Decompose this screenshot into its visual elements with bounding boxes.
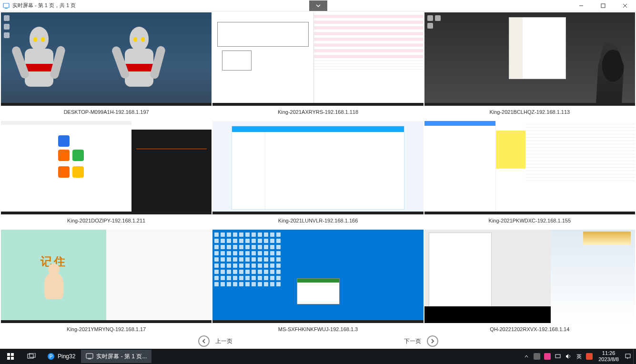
wechat-icon xyxy=(72,150,84,161)
screen-thumbnail[interactable] xyxy=(1,121,212,214)
screen-label: King-2021DOZIPY-192.168.1.211 xyxy=(1,214,212,229)
svg-rect-6 xyxy=(11,357,14,360)
screen-cell: QH-20221202RXVX-192.168.1.14 xyxy=(424,230,635,337)
screen-cell: King-2021PKWDXC-192.168.1.155 xyxy=(424,121,635,229)
screen-thumbnail[interactable] xyxy=(1,12,212,106)
chevron-up-icon xyxy=(524,354,529,359)
clock-date: 2023/8/8 xyxy=(598,356,619,363)
task-view-icon xyxy=(27,353,36,360)
svg-rect-11 xyxy=(86,354,93,358)
desktop-icon-grid xyxy=(214,233,320,318)
svg-rect-8 xyxy=(30,353,35,357)
svg-rect-7 xyxy=(28,354,33,358)
screen-cell: DESKTOP-M099A1H-192.168.1.197 xyxy=(1,12,212,120)
arrow-right-icon xyxy=(430,338,435,344)
next-page-arrow-button[interactable] xyxy=(427,335,438,347)
window-controls xyxy=(570,0,636,11)
taskbar-clock[interactable]: 11:26 2023/8/8 xyxy=(595,350,623,363)
taobao-icon xyxy=(58,150,70,161)
start-button[interactable] xyxy=(0,349,21,364)
tray-app-icon[interactable] xyxy=(542,349,553,364)
task-view-button[interactable] xyxy=(21,349,42,364)
system-tray: 英 11:26 2023/8/8 xyxy=(521,349,636,364)
document-window xyxy=(429,233,492,312)
screen-label: King-2021LUNVLR-192.168.1.166 xyxy=(212,214,423,229)
tray-network-icon[interactable] xyxy=(553,349,563,364)
prev-page-arrow-button[interactable] xyxy=(198,335,210,347)
screen-thumbnail[interactable] xyxy=(212,121,423,214)
tray-sogou-icon[interactable] xyxy=(584,349,595,364)
desktop-shortcut-icon xyxy=(4,32,10,38)
ad-banner xyxy=(583,232,631,245)
network-icon xyxy=(555,353,561,360)
baidu-icon xyxy=(58,135,70,147)
remote-taskbar xyxy=(212,103,423,106)
chat-window xyxy=(232,126,404,210)
tray-overflow-button[interactable] xyxy=(521,349,532,364)
taskbar-app-label: Ping32 xyxy=(58,353,75,360)
svg-rect-1 xyxy=(5,8,8,9)
chevron-down-icon xyxy=(315,2,322,9)
tray-app-icon[interactable] xyxy=(532,349,542,364)
screen-cell: King-2021DOZIPY-192.168.1.211 xyxy=(1,121,212,229)
maximize-button[interactable] xyxy=(592,0,614,11)
svg-rect-13 xyxy=(555,354,560,358)
clock-time: 11:26 xyxy=(598,350,619,356)
svg-rect-12 xyxy=(88,359,91,359)
svg-rect-5 xyxy=(7,357,10,360)
collapse-toolbar-button[interactable] xyxy=(309,0,327,11)
os-taskbar: P Ping32 实时屏幕 - 第 1 页... 英 11:26 2023/8/… xyxy=(0,349,636,364)
desktop-shortcut-icon xyxy=(4,24,10,30)
screen-thumbnail[interactable]: 记住 xyxy=(1,230,212,323)
desktop-shortcut-icon xyxy=(4,15,10,21)
prev-page-button[interactable]: 上一页 xyxy=(215,337,232,345)
screen-label: DESKTOP-M099A1H-192.168.1.197 xyxy=(1,106,212,120)
remote-taskbar xyxy=(1,103,212,106)
window-titlebar: 实时屏幕 - 第 1 页，共 1 页 xyxy=(0,0,636,11)
screen-thumbnail[interactable] xyxy=(212,230,423,323)
action-center-button[interactable] xyxy=(623,349,633,364)
screen-thumbnail[interactable] xyxy=(212,12,423,106)
svg-rect-14 xyxy=(626,354,630,358)
svg-rect-4 xyxy=(11,353,14,356)
tray-ime-indicator[interactable]: 英 xyxy=(574,349,584,364)
svg-rect-2 xyxy=(601,4,605,8)
dialog-window xyxy=(297,278,340,304)
monitor-icon xyxy=(86,353,93,360)
svg-rect-3 xyxy=(7,353,10,356)
next-page-button[interactable]: 下一页 xyxy=(404,337,421,345)
show-desktop-button[interactable] xyxy=(633,349,636,364)
screen-thumbnail[interactable] xyxy=(424,12,635,106)
screen-label: King-2021AXRYRS-192.168.1.118 xyxy=(212,106,423,120)
monk-figure xyxy=(44,273,63,299)
screen-cell: King-2021BCLHQZ-192.168.1.113 xyxy=(424,12,635,120)
taskbar-app-label: 实时屏幕 - 第 1 页... xyxy=(96,353,147,361)
file-explorer-window xyxy=(509,17,566,79)
screen-label: King-2021BCLHQZ-192.168.1.113 xyxy=(424,106,635,120)
close-button[interactable] xyxy=(614,0,636,11)
window-title: 实时屏幕 - 第 1 页，共 1 页 xyxy=(12,2,76,9)
screen-cell: King-2021AXRYRS-192.168.1.118 xyxy=(212,12,423,120)
arrow-left-icon xyxy=(201,338,207,344)
app-icon xyxy=(3,2,10,9)
windows-icon xyxy=(7,353,14,360)
screen-label: King-2021PKWDXC-192.168.1.155 xyxy=(424,214,635,229)
notification-icon xyxy=(625,353,631,360)
speaker-icon xyxy=(565,353,572,360)
screen-grid: DESKTOP-M099A1H-192.168.1.197 King-2021A… xyxy=(0,11,636,338)
screen-thumbnail[interactable] xyxy=(424,121,635,214)
screen-cell: MS-SXFHKINKFWUJ-192.168.1.3 xyxy=(212,230,423,337)
svg-text:P: P xyxy=(50,354,53,359)
screen-cell: 记住 King-2021YMRYNQ-192.168.1.17 xyxy=(1,230,212,337)
screen-thumbnail[interactable] xyxy=(424,230,635,323)
svg-rect-0 xyxy=(3,3,9,8)
screen-cell: King-2021LUNVLR-192.168.1.166 xyxy=(212,121,423,229)
taskbar-app-realtime-screen[interactable]: 实时屏幕 - 第 1 页... xyxy=(81,350,151,363)
taskbar-app-ping32[interactable]: P Ping32 xyxy=(42,350,80,363)
tray-volume-icon[interactable] xyxy=(563,349,574,364)
pagination-bar: 上一页 下一页 xyxy=(0,334,636,348)
minimize-button[interactable] xyxy=(570,0,592,11)
ping32-icon: P xyxy=(47,353,55,360)
